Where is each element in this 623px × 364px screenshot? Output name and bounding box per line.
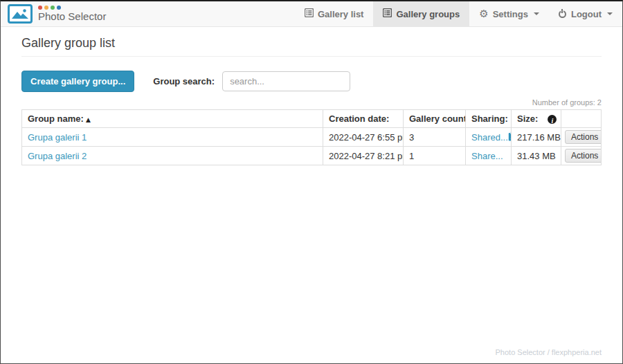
group-name-link[interactable]: Grupa galerii 1 [28,132,87,143]
sort-asc-icon: ▲ [86,116,91,123]
gallery-count-cell: 1 [404,147,466,165]
info-icon[interactable] [548,115,557,124]
column-header-group-name[interactable]: Group name:▲ [22,110,323,128]
nav-logout[interactable]: Logout [549,1,622,26]
gear-icon: ⚙ [479,9,488,19]
photo-selector-logo-icon [8,4,33,24]
column-header-creation-date[interactable]: Creation date: [323,110,404,128]
nav-gallery-groups[interactable]: Gallery groups [373,1,469,26]
chevron-down-icon [607,12,613,15]
dot-orange [44,6,48,10]
create-gallery-group-button[interactable]: Create gallery group... [21,71,134,92]
brand[interactable]: Photo Selector [1,1,106,26]
power-icon [559,10,566,18]
groups-count: Number of groups: 2 [21,98,602,107]
size-cell: 31.43 MB [512,147,561,165]
main-nav: Gallery list Gallery groups ⚙ Settings [295,1,622,26]
creation-date-cell: 2022-04-27 8:21 pm [323,147,404,165]
list-icon [383,8,392,19]
size-cell: 217.16 MB [512,128,561,147]
column-header-gallery-count[interactable]: Gallery count: [404,110,466,128]
dot-red [38,6,42,10]
table-row: Grupa galerii 1 2022-04-27 6:55 pm 3 Sha… [22,128,602,147]
chevron-down-icon [534,12,539,15]
nav-settings-label: Settings [493,9,528,19]
content-area: Gallery group list Create gallery group.… [1,36,622,165]
sharing-link[interactable]: Shared... [471,132,508,143]
nav-gallery-list[interactable]: Gallery list [295,1,373,26]
app-window: Photo Selector Gallery list [0,0,623,364]
list-icon [305,8,314,19]
group-search-input[interactable] [222,71,350,91]
group-name-link[interactable]: Grupa galerii 2 [28,151,87,161]
nav-gallery-list-label: Gallery list [318,9,363,19]
gallery-count-cell: 3 [404,128,466,147]
table-row: Grupa galerii 2 2022-04-27 8:21 pm 1 Sha… [22,147,602,165]
table-header-row: Group name:▲ Creation date: Gallery coun… [22,110,602,128]
page-title: Gallery group list [21,36,602,57]
column-header-actions [561,110,602,128]
column-header-size[interactable]: Size: [512,110,561,128]
nav-logout-label: Logout [571,9,602,19]
brand-dots [38,6,106,10]
gallery-groups-table: Group name:▲ Creation date: Gallery coun… [21,109,602,165]
top-navbar: Photo Selector Gallery list [1,1,622,27]
nav-settings[interactable]: ⚙ Settings [469,1,549,26]
nav-gallery-groups-label: Gallery groups [396,9,460,19]
brand-name: Photo Selector [38,11,106,22]
sharing-link[interactable]: Share... [471,151,503,161]
actions-button[interactable]: Actions [565,130,602,144]
dot-green [51,6,55,10]
group-search-label: Group search: [153,76,215,87]
actions-button[interactable]: Actions [565,149,602,163]
dot-blue [57,6,61,10]
creation-date-cell: 2022-04-27 6:55 pm [323,128,404,147]
clipboard-icon[interactable] [508,131,512,143]
column-header-sharing[interactable]: Sharing: [466,110,512,128]
toolbar: Create gallery group... Group search: [21,71,602,92]
footer-credit: Photo Selector / flexphperia.net [496,348,602,356]
